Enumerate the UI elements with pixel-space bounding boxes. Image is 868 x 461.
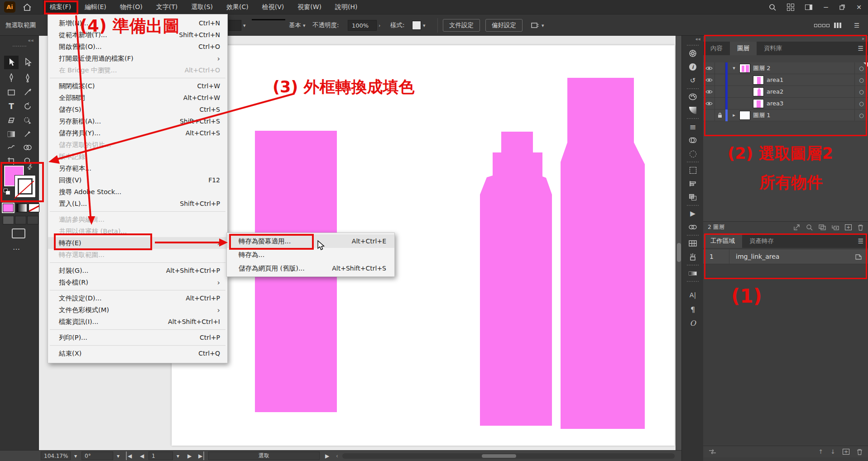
eraser-tool[interactable] <box>4 114 19 127</box>
opentype-panel-icon[interactable]: O <box>682 317 704 329</box>
collapse-toolbar-icon[interactable]: «« <box>28 38 34 43</box>
visibility-eye-icon[interactable] <box>703 98 715 109</box>
menu-item-close[interactable]: 關閉檔案(C)Ctrl+W <box>48 80 227 92</box>
menu-item-export-for-screens[interactable]: 轉存為螢幕適用...Alt+Ctrl+E <box>227 234 394 248</box>
layer-row-layer1[interactable]: ▸ 圖層 1 ○ <box>703 109 868 121</box>
collapse-panel-icon[interactable]: » <box>862 36 864 41</box>
vertical-scrollbar-thumb[interactable] <box>677 243 681 262</box>
stroke-color-swatch[interactable] <box>15 176 35 197</box>
menu-item-save-copy[interactable]: 儲存拷貝(Y)...Alt+Ctrl+S <box>48 127 227 139</box>
color-swatch-button[interactable] <box>3 204 14 212</box>
visibility-eye-icon[interactable] <box>703 74 715 86</box>
chevron-right-icon[interactable]: ▸ <box>731 112 737 118</box>
arrange-documents-icon[interactable] <box>805 5 812 10</box>
grid-view-icon[interactable] <box>814 14 830 36</box>
artboard-page-icon[interactable] <box>849 253 868 260</box>
actions-play-icon[interactable]: ▶ <box>682 208 704 219</box>
next-artboard-button[interactable]: ▶ <box>185 451 194 460</box>
transform-icon[interactable] <box>682 164 704 176</box>
layer-thumbnail[interactable] <box>753 87 764 96</box>
transparency-icon[interactable] <box>682 134 704 146</box>
menu-item-save-for-web-legacy[interactable]: 儲存為網頁用 (舊版)...Alt+Shift+Ctrl+S <box>227 261 394 275</box>
paintbrush-tool[interactable] <box>20 86 35 99</box>
shape-builder-tool[interactable] <box>20 141 35 154</box>
dock-grip[interactable] <box>687 162 699 162</box>
tab-properties[interactable]: 內容 <box>703 42 730 55</box>
layer-row-layer2[interactable]: ▾ 圖層 2 ○ <box>703 62 868 74</box>
delete-layer-icon[interactable] <box>858 224 863 231</box>
stroke-color-dropdown[interactable]: ▾ <box>229 14 246 36</box>
brushes-icon[interactable] <box>682 251 704 263</box>
clipping-mask-icon[interactable] <box>819 224 826 230</box>
menu-item-open-recent[interactable]: 打開最近使用過的檔案(F)› <box>48 52 227 64</box>
info-icon[interactable]: i <box>682 61 704 73</box>
chevron-down-icon[interactable]: ▾ <box>174 451 182 460</box>
eyedropper-tool[interactable] <box>20 127 35 141</box>
field-next-icon[interactable]: › <box>379 23 380 29</box>
width-tool[interactable] <box>4 141 19 154</box>
move-down-icon[interactable]: ↓ <box>830 448 835 455</box>
panel-menu-icon[interactable]: ☰ <box>854 14 859 36</box>
document-setup-button[interactable]: 文件設定 <box>443 19 480 32</box>
menu-object[interactable]: 物件(O) <box>113 0 149 14</box>
delete-artboard-icon[interactable] <box>857 449 863 455</box>
draw-behind-mode-button[interactable] <box>15 216 26 224</box>
target-circle-icon[interactable]: ○ <box>854 74 868 86</box>
chevron-down-icon[interactable]: ▾ <box>731 65 737 71</box>
target-circle-icon[interactable]: ○ <box>854 86 868 98</box>
links-icon[interactable] <box>682 221 704 233</box>
target-circle-icon[interactable]: ○ <box>854 62 868 74</box>
menu-select[interactable]: 選取(S) <box>184 0 220 14</box>
live-paint-selection-tool[interactable] <box>20 114 35 127</box>
visibility-column[interactable] <box>703 109 715 121</box>
layer-name[interactable]: 圖層 2 <box>753 64 770 72</box>
layer-thumbnail[interactable] <box>739 111 750 120</box>
color-palette-icon[interactable] <box>682 91 704 103</box>
selection-tool[interactable] <box>4 56 19 69</box>
artboard-number-field[interactable]: 1 <box>149 451 173 460</box>
status-mode-indicator[interactable]: 選取 <box>208 451 320 460</box>
horizontal-scrollbar[interactable] <box>342 453 675 459</box>
shape-area2[interactable] <box>480 132 552 426</box>
rotate-tool[interactable] <box>20 100 35 113</box>
target-circle-icon[interactable]: ○ <box>854 98 868 109</box>
move-up-icon[interactable]: ↑ <box>818 448 823 455</box>
dock-grip[interactable] <box>687 235 699 236</box>
layer-row-area1[interactable]: area1 ○ <box>703 74 868 86</box>
menu-item-file-info[interactable]: 檔案資訊(I)...Alt+Shift+Ctrl+I <box>48 316 227 328</box>
pen-tool[interactable] <box>4 71 19 85</box>
vertical-scrollbar[interactable] <box>676 36 681 450</box>
menu-item-close-all[interactable]: 全部關閉Alt+Ctrl+W <box>48 92 227 104</box>
visibility-eye-icon[interactable] <box>703 86 715 98</box>
layer-thumbnail[interactable] <box>753 76 764 85</box>
menu-item-scripts[interactable]: 指令檔(R)› <box>48 276 227 288</box>
menu-item-save-as-template[interactable]: 另存範本... <box>48 162 227 174</box>
layer-row-area2[interactable]: area2 ○ <box>703 86 868 98</box>
visibility-eye-icon[interactable] <box>703 62 715 74</box>
first-artboard-button[interactable]: ◀ <box>126 451 134 460</box>
rotation-field[interactable]: 0° <box>82 451 113 460</box>
minimize-button[interactable]: − <box>823 3 829 11</box>
status-play-icon[interactable]: ▶ <box>322 451 332 460</box>
restore-button[interactable] <box>839 4 845 10</box>
menu-edit[interactable]: 編輯(E) <box>78 0 113 14</box>
layer-thumbnail[interactable] <box>739 64 750 73</box>
screen-mode-button[interactable] <box>12 228 25 238</box>
menu-item-exit[interactable]: 結束(X)Ctrl+Q <box>48 347 227 359</box>
chevron-down-icon[interactable]: ▾ <box>114 451 122 460</box>
horizontal-scrollbar-thumb[interactable] <box>482 454 516 458</box>
chevron-down-icon[interactable]: ▾ <box>72 451 80 460</box>
menu-item-search-adobe-stock[interactable]: 搜尋 Adobe Stock... <box>48 186 227 198</box>
align-icon[interactable] <box>682 178 704 190</box>
panel-menu-icon[interactable]: ☰ <box>858 238 863 245</box>
shape-area3[interactable] <box>561 78 645 429</box>
new-artboard-icon[interactable]: + <box>843 449 849 455</box>
new-layer-icon[interactable]: + <box>845 224 852 230</box>
menu-type[interactable]: 文字(T) <box>149 0 184 14</box>
tab-layers[interactable]: 圖層 <box>730 42 757 55</box>
curvature-tool[interactable] <box>20 71 35 85</box>
menu-item-document-color-mode[interactable]: 文件色彩模式(M)› <box>48 304 227 316</box>
stroke-profile-dropdown[interactable]: 基本 ▾ <box>289 14 306 36</box>
new-sublayer-icon[interactable] <box>832 224 839 230</box>
layer-name[interactable]: 圖層 1 <box>753 111 770 119</box>
